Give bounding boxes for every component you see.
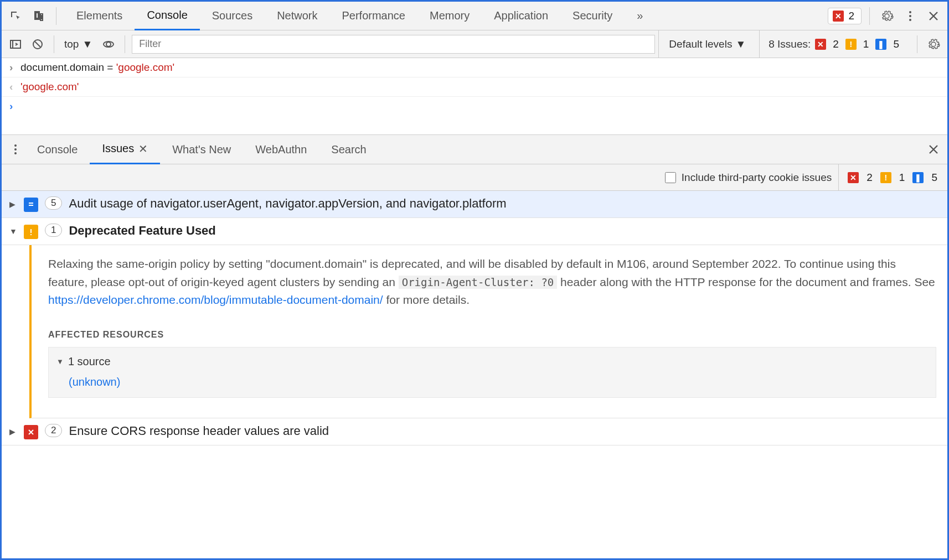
svg-point-5 [106,42,111,46]
kebab-menu-icon[interactable] [901,7,920,25]
separator [125,35,125,53]
separator [54,35,54,53]
console-filter-input[interactable] [132,35,655,54]
affected-resources-box: ▼ 1 source (unknown) [48,347,936,398]
issue-title: Ensure CORS response header values are v… [69,424,329,438]
log-levels-selector[interactable]: Default levels ▼ [658,30,756,58]
issue-count-pill: 1 [45,224,62,237]
issue-description: Relaxing the same-origin policy by setti… [48,255,936,309]
issue-title: Deprecated Feature Used [69,224,215,238]
context-label: top [64,38,79,50]
console-toolbar: top ▼ Default levels ▼ 8 Issues: ✕2 !1 ❚… [2,30,947,58]
sources-count: 1 source [68,353,111,370]
svg-point-8 [14,148,17,151]
drawer-tab-search[interactable]: Search [319,143,378,156]
error-counter[interactable]: ✕ 2 [828,8,862,24]
issues-summary-label: 8 Issues: [769,38,811,50]
top-right-controls: ✕ 2 [828,7,943,25]
drawer-tab-webauthn[interactable]: WebAuthn [243,143,319,156]
code-text: document.domain = [20,61,116,73]
svg-point-7 [14,144,17,147]
svg-rect-3 [11,40,20,48]
expand-caret-icon[interactable]: ▶ [9,200,17,209]
tab-elements[interactable]: Elements [64,2,135,30]
issue-title: Audit usage of navigator.userAgent, navi… [69,196,506,211]
svg-rect-10 [29,203,33,204]
issue-count-pill: 5 [45,196,62,210]
tab-application[interactable]: Application [482,2,560,30]
issues-summary[interactable]: 8 Issues: ✕2 !1 ❚5 [759,30,910,58]
tab-network[interactable]: Network [265,2,329,30]
code-string: 'google.com' [20,81,79,93]
separator [56,7,56,25]
console-sidebar-toggle-icon[interactable] [6,35,25,54]
drawer-tab-issues[interactable]: Issues ✕ [90,134,160,164]
issue-row[interactable]: ▼ 1 Deprecated Feature Used [2,218,947,245]
drawer-tabs: Console Issues ✕ What's New WebAuthn Sea… [2,134,947,164]
issues-list: ▶ 5 Audit usage of navigator.userAgent, … [2,191,947,445]
chevron-down-icon: ▼ [82,38,92,50]
error-issue-icon [24,425,38,439]
collapse-caret-icon[interactable]: ▼ [56,356,64,367]
tab-performance[interactable]: Performance [330,2,418,30]
include-third-party-checkbox[interactable]: Include third-party cookie issues [665,172,832,184]
checkbox-label: Include third-party cookie issues [682,172,832,184]
issue-detail: Relaxing the same-origin policy by setti… [29,245,947,418]
issue-row[interactable]: ▶ 5 Audit usage of navigator.userAgent, … [2,191,947,218]
error-icon: ✕ [833,11,844,22]
code-snippet: Origin-Agent-Cluster: ?0 [399,276,558,289]
clear-console-icon[interactable] [28,35,47,54]
code-string: 'google.com' [116,61,174,73]
separator [869,7,870,25]
separator [917,35,917,53]
error-icon: ✕ [815,39,826,50]
tab-sources[interactable]: Sources [200,2,265,30]
issue-count-pill: 2 [45,424,62,437]
warning-icon: ! [845,39,857,50]
console-prompt[interactable]: › [2,97,947,134]
expand-caret-icon[interactable]: ▶ [9,427,17,436]
console-result-row[interactable]: ‹ 'google.com' [2,77,947,97]
doc-link[interactable]: https://developer.chrome.com/blog/immuta… [48,293,383,306]
top-tabs: Elements Console Sources Network Perform… [64,2,655,30]
close-devtools-icon[interactable] [924,7,943,25]
console-settings-icon[interactable] [924,35,943,54]
close-tab-icon[interactable]: ✕ [138,142,148,155]
svg-point-0 [909,11,911,13]
devtools-top-toolbar: Elements Console Sources Network Perform… [2,2,947,30]
settings-icon[interactable] [878,7,896,25]
tab-label: Issues [102,142,134,155]
source-link[interactable]: (unknown) [56,370,928,392]
issue-row[interactable]: ▶ 2 Ensure CORS response header values a… [2,418,947,445]
drawer-tab-console[interactable]: Console [25,143,90,156]
close-drawer-icon[interactable] [924,140,943,159]
issues-toolbar: Include third-party cookie issues ✕2 !1 … [2,164,947,191]
execution-context-selector[interactable]: top ▼ [61,38,96,50]
console-output: › document.domain = 'google.com' ‹ 'goog… [2,58,947,134]
svg-point-1 [909,15,911,17]
drawer-tab-whatsnew[interactable]: What's New [160,143,243,156]
source-summary-row[interactable]: ▼ 1 source [56,353,928,370]
warning-icon: ! [880,172,891,183]
tab-console[interactable]: Console [135,2,199,30]
checkbox-input[interactable] [665,172,676,183]
collapse-caret-icon[interactable]: ▼ [9,227,17,236]
tab-memory[interactable]: Memory [417,2,482,30]
error-count: 2 [848,10,854,22]
console-command-row[interactable]: › document.domain = 'google.com' [2,58,947,77]
svg-rect-12 [30,229,32,233]
info-icon: ❚ [875,39,886,50]
live-expression-icon[interactable] [99,35,118,54]
tab-overflow[interactable]: » [625,2,655,30]
error-icon: ✕ [848,172,859,183]
inspect-element-icon[interactable] [6,7,25,25]
drawer-kebab-icon[interactable] [6,140,25,159]
tab-security[interactable]: Security [560,2,625,30]
device-toolbar-icon[interactable] [29,7,48,25]
issues-badge-group: ✕2 !1 ❚5 [838,164,940,191]
info-icon: ❚ [912,172,924,183]
svg-rect-11 [29,205,33,206]
affected-resources-header: AFFECTED RESOURCES [48,328,936,342]
svg-rect-13 [30,234,32,235]
levels-label: Default levels [669,38,732,50]
